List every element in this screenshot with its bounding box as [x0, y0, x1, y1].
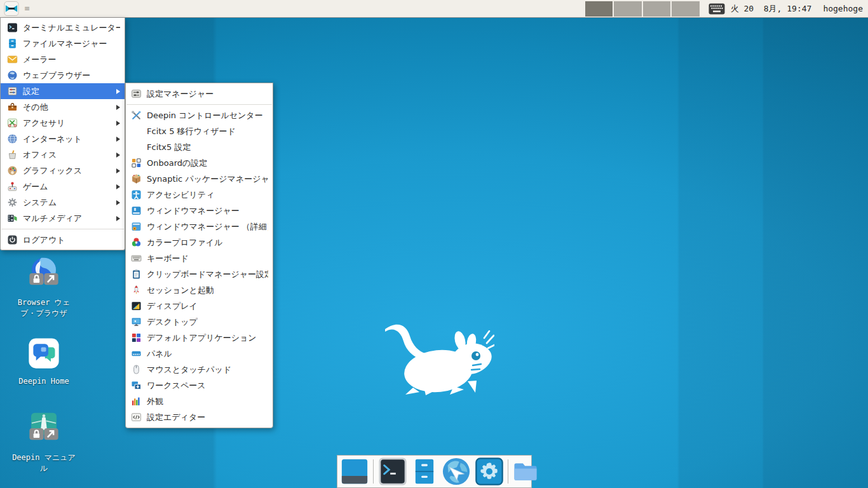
- submenu-item-デフォルトアプリケーション[interactable]: デフォルトアプリケーション: [126, 330, 273, 346]
- menu-item-オフィス[interactable]: オフィス: [1, 147, 125, 163]
- menu-item-label: ファイルマネージャー: [23, 38, 107, 50]
- menu-item-label: インターネット: [23, 133, 82, 145]
- dock: [337, 455, 532, 488]
- window-list-icon[interactable]: ≡: [24, 5, 30, 12]
- submenu-item-キーボード[interactable]: キーボード: [126, 250, 273, 266]
- clipboard-icon: [131, 269, 142, 280]
- workspace-4[interactable]: [672, 1, 700, 17]
- settings-submenu: 設定マネージャー Deepin コントロールセンター Fcitx 5 移行ウィザ…: [125, 83, 273, 428]
- menu-item-label: ゲーム: [23, 181, 48, 193]
- settings-gear-icon: [475, 458, 503, 485]
- menu-item-ファイルマネージャー[interactable]: ファイルマネージャー: [1, 36, 125, 51]
- submenu-item-Onboardの設定[interactable]: Onboardの設定: [126, 155, 273, 171]
- other-category-icon: [7, 102, 18, 112]
- menu-item-label: Deepin コントロールセンター: [147, 110, 263, 121]
- menu-item-ターミナルエミュレーター[interactable]: ターミナルエミュレーター: [1, 20, 125, 36]
- panel-settings-icon: [131, 348, 142, 359]
- deepin-control-center-icon: [131, 110, 142, 121]
- mail-icon: [7, 54, 18, 65]
- dock-item-show-desktop[interactable]: [341, 458, 369, 485]
- submenu-item-Synaptic-パッケージマネージャ[interactable]: Synaptic パッケージマネージャ: [126, 171, 273, 187]
- menu-item-label: クリップボードマネージャー設定: [147, 269, 268, 280]
- dock-item-web-browser[interactable]: [442, 457, 471, 486]
- terminal-dock-icon: [378, 457, 407, 486]
- menu-separator: [1, 229, 124, 229]
- accessibility-icon: [131, 189, 142, 200]
- xfce-logo-icon: [4, 1, 19, 16]
- submenu-item-アクセシビリティ[interactable]: アクセシビリティ: [126, 187, 273, 203]
- submenu-item-ウィンドウマネージャー-（詳細）[interactable]: ウィンドウマネージャー （詳細）: [126, 219, 273, 234]
- xfce-mouse-logo: [380, 315, 494, 395]
- panel-clock[interactable]: 火 20 8月, 19:47: [731, 3, 812, 15]
- workspace-3[interactable]: [643, 1, 671, 17]
- menu-item-label: 設定: [23, 86, 39, 97]
- menu-item-label: キーボード: [147, 253, 189, 264]
- dock-item-settings[interactable]: [475, 458, 503, 485]
- submenu-item-設定エディター[interactable]: 設定エディター: [126, 409, 273, 425]
- panel-username: hogehoge: [823, 4, 863, 13]
- menu-item-システム[interactable]: システム: [1, 194, 125, 210]
- menu-item-label: ウェブブラウザー: [23, 70, 90, 81]
- workspace-switcher: [585, 1, 700, 17]
- submenu-item-ワークスペース[interactable]: ワークスペース: [126, 377, 273, 393]
- menu-item-label: ウィンドウマネージャー: [147, 205, 240, 217]
- desktop-icon-deepin-home[interactable]: Deepin Home: [12, 336, 76, 387]
- submenu-item-クリップボードマネージャー設定[interactable]: クリップボードマネージャー設定: [126, 266, 273, 282]
- desktop-icon-label: Deepin Home: [12, 376, 76, 387]
- menu-item-ログアウト[interactable]: ログアウト: [1, 232, 125, 248]
- accessories-icon: [7, 118, 18, 128]
- menu-item-label: カラープロファイル: [147, 237, 222, 248]
- dock-item-file-manager[interactable]: [412, 457, 437, 486]
- web-browser-icon: [7, 70, 18, 81]
- menu-item-ウェブブラウザー[interactable]: ウェブブラウザー: [1, 67, 125, 83]
- color-profile-icon: [131, 237, 142, 248]
- submenu-item-設定マネージャー[interactable]: 設定マネージャー: [126, 86, 273, 102]
- menu-item-設定[interactable]: 設定: [1, 83, 125, 99]
- menu-item-マルチメディア[interactable]: マルチメディア: [1, 210, 125, 226]
- multimedia-icon: [7, 213, 18, 224]
- submenu-item-セッションと起動[interactable]: セッションと起動: [126, 282, 273, 298]
- workspace-2[interactable]: [614, 1, 642, 17]
- submenu-item-マウスとタッチパッド[interactable]: マウスとタッチパッド: [126, 362, 273, 377]
- window-manager-icon: [131, 205, 142, 216]
- desktop-icon-browser[interactable]: Browser ウェブ・ブラウザ: [12, 255, 76, 319]
- submenu-item-パネル[interactable]: パネル: [126, 346, 273, 362]
- mouse-touchpad-icon: [131, 364, 142, 375]
- dock-item-terminal[interactable]: [378, 457, 407, 486]
- applications-menu-button[interactable]: [1, 1, 22, 17]
- menu-item-label: メーラー: [23, 54, 57, 65]
- menu-item-label: Synaptic パッケージマネージャ: [147, 173, 268, 185]
- submenu-item-外観[interactable]: 外観: [126, 393, 273, 409]
- submenu-item-Deepin-コントロールセンター[interactable]: Deepin コントロールセンター: [126, 107, 273, 123]
- submenu-item-デスクトップ[interactable]: デスクトップ: [126, 314, 273, 330]
- browser-desktop-icon: [12, 255, 76, 295]
- submenu-item-Fcitx5-設定[interactable]: Fcitx5 設定: [126, 139, 273, 155]
- keyboard-layout-icon[interactable]: [709, 3, 725, 15]
- submenu-item-カラープロファイル[interactable]: カラープロファイル: [126, 234, 273, 250]
- workspace-1[interactable]: [585, 1, 613, 17]
- menu-item-アクセサリ[interactable]: アクセサリ: [1, 115, 125, 131]
- menu-item-インターネット[interactable]: インターネット: [1, 131, 125, 147]
- session-startup-icon: [131, 285, 142, 295]
- menu-item-ゲーム[interactable]: ゲーム: [1, 179, 125, 194]
- submenu-arrow-icon: [116, 137, 120, 142]
- menu-item-グラフィックス[interactable]: グラフィックス: [1, 163, 125, 179]
- desktop-icon-deepin-manual[interactable]: Deepin マニュアル: [12, 410, 76, 474]
- top-panel: ≡ 火 20 8月, 19:47 hogehoge: [0, 0, 868, 18]
- deepin-home-icon: [12, 336, 76, 374]
- submenu-item-ディスプレイ[interactable]: ディスプレイ: [126, 298, 273, 314]
- folder-icon: [513, 461, 538, 483]
- menu-item-label: ディスプレイ: [147, 301, 198, 312]
- dock-item-file-browser[interactable]: [513, 461, 538, 483]
- logout-icon: [7, 234, 18, 245]
- menu-item-その他[interactable]: その他: [1, 99, 125, 115]
- deepin-manual-icon: [12, 410, 76, 451]
- appearance-icon: [131, 396, 142, 407]
- menu-item-label: セッションと起動: [147, 285, 214, 296]
- menu-item-label: Fcitx 5 移行ウィザード: [147, 126, 236, 137]
- display-icon: [131, 301, 142, 311]
- office-icon: [7, 149, 18, 160]
- submenu-item-Fcitx-5-移行ウィザード[interactable]: Fcitx 5 移行ウィザード: [126, 123, 273, 139]
- submenu-item-ウィンドウマネージャー[interactable]: ウィンドウマネージャー: [126, 203, 273, 219]
- menu-item-メーラー[interactable]: メーラー: [1, 51, 125, 67]
